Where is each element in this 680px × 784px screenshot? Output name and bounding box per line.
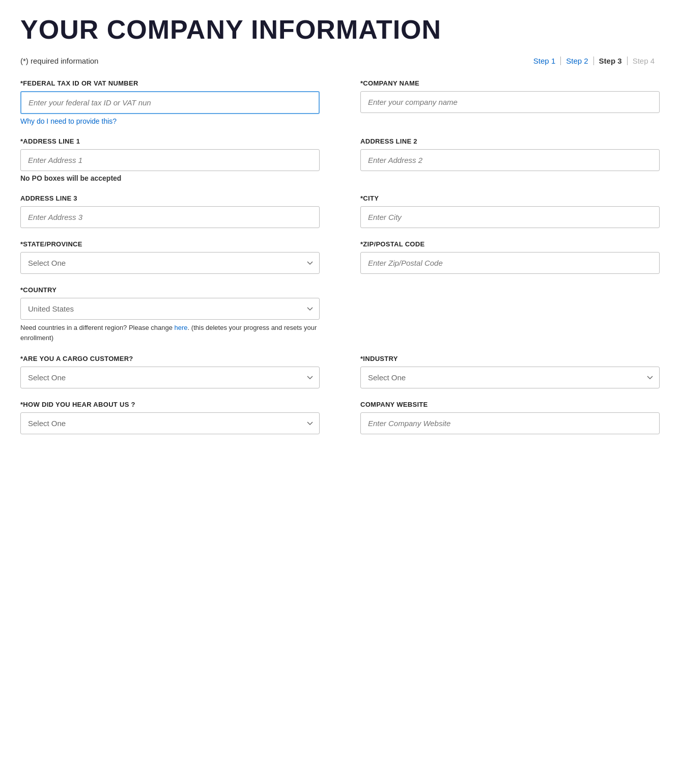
zip-label: *ZIP/POSTAL CODE bbox=[360, 240, 660, 248]
step-3[interactable]: Step 3 bbox=[594, 57, 628, 65]
company-name-input[interactable] bbox=[360, 91, 660, 113]
how-heard-group: *HOW DID YOU HEAR ABOUT US ? Select One bbox=[20, 401, 320, 434]
step-4: Step 4 bbox=[628, 57, 660, 65]
address1-input[interactable] bbox=[20, 149, 320, 171]
industry-group: *INDUSTRY Select One bbox=[360, 355, 660, 388]
website-input[interactable] bbox=[360, 412, 660, 434]
how-heard-label: *HOW DID YOU HEAR ABOUT US ? bbox=[20, 401, 320, 408]
zip-input[interactable] bbox=[360, 252, 660, 274]
cargo-select[interactable]: Select One bbox=[20, 367, 320, 388]
cargo-label: *ARE YOU A CARGO CUSTOMER? bbox=[20, 355, 320, 362]
why-link[interactable]: Why do I need to provide this? bbox=[20, 117, 320, 125]
address3-label: ADDRESS LINE 3 bbox=[20, 194, 320, 202]
cargo-group: *ARE YOU A CARGO CUSTOMER? Select One bbox=[20, 355, 320, 388]
required-note: (*) required information bbox=[20, 57, 98, 65]
city-group: *CITY bbox=[360, 194, 660, 228]
website-label: COMPANY WEBSITE bbox=[360, 401, 660, 408]
form: *FEDERAL TAX ID OR VAT NUMBER Why do I n… bbox=[20, 79, 660, 446]
address3-input[interactable] bbox=[20, 206, 320, 228]
zip-group: *ZIP/POSTAL CODE bbox=[360, 240, 660, 274]
address2-label: ADDRESS LINE 2 bbox=[360, 137, 660, 145]
website-group: COMPANY WEBSITE bbox=[360, 401, 660, 434]
country-label: *COUNTRY bbox=[20, 286, 320, 294]
industry-select[interactable]: Select One bbox=[360, 367, 660, 388]
address2-group: ADDRESS LINE 2 bbox=[360, 137, 660, 182]
tax-id-input[interactable] bbox=[20, 91, 320, 114]
tax-id-group: *FEDERAL TAX ID OR VAT NUMBER Why do I n… bbox=[20, 79, 320, 125]
country-helper: Need countries in a different region? Pl… bbox=[20, 323, 320, 343]
here-link[interactable]: here bbox=[175, 324, 188, 331]
state-group: *STATE/PROVINCE Select One bbox=[20, 240, 320, 274]
country-select[interactable]: United States bbox=[20, 298, 320, 320]
country-group: *COUNTRY United States Need countries in… bbox=[20, 286, 320, 343]
address3-group: ADDRESS LINE 3 bbox=[20, 194, 320, 228]
address1-helper: No PO boxes will be accepted bbox=[20, 174, 320, 182]
company-name-label: *COMPANY NAME bbox=[360, 79, 660, 87]
step-2[interactable]: Step 2 bbox=[561, 57, 593, 65]
city-label: *CITY bbox=[360, 194, 660, 202]
how-heard-select[interactable]: Select One bbox=[20, 412, 320, 434]
country-placeholder bbox=[360, 286, 660, 355]
address2-input[interactable] bbox=[360, 149, 660, 171]
company-name-group: *COMPANY NAME bbox=[360, 79, 660, 125]
city-input[interactable] bbox=[360, 206, 660, 228]
page-title: YOUR COMPANY INFORMATION bbox=[20, 15, 660, 44]
address1-group: *ADDRESS LINE 1 No PO boxes will be acce… bbox=[20, 137, 320, 182]
top-bar: (*) required information Step 1 Step 2 S… bbox=[20, 57, 660, 65]
address1-label: *ADDRESS LINE 1 bbox=[20, 137, 320, 145]
state-select[interactable]: Select One bbox=[20, 252, 320, 274]
steps-nav: Step 1 Step 2 Step 3 Step 4 bbox=[528, 57, 660, 65]
step-1[interactable]: Step 1 bbox=[528, 57, 561, 65]
state-label: *STATE/PROVINCE bbox=[20, 240, 320, 248]
tax-id-label: *FEDERAL TAX ID OR VAT NUMBER bbox=[20, 79, 320, 87]
industry-label: *INDUSTRY bbox=[360, 355, 660, 362]
